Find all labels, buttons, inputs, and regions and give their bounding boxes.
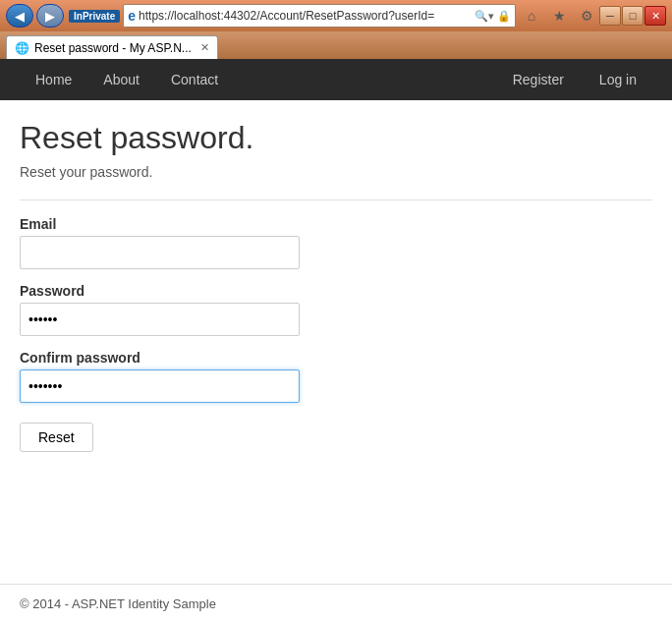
- tab-title: Reset password - My ASP.N...: [34, 41, 192, 55]
- tab-ie-logo: 🌐: [15, 41, 29, 55]
- password-group: Password: [20, 283, 652, 336]
- page-content: Reset password. Reset your password. Ema…: [0, 100, 672, 584]
- tab-close-button[interactable]: ✕: [200, 41, 209, 54]
- password-input[interactable]: [20, 303, 300, 336]
- back-icon: ◀: [15, 9, 25, 24]
- favorites-button[interactable]: ★: [546, 4, 572, 28]
- address-bar[interactable]: e https://localhost:44302/Account/ResetP…: [123, 4, 516, 28]
- minimize-button[interactable]: ─: [599, 6, 621, 26]
- confirm-group: Confirm password: [20, 350, 652, 403]
- title-bar: ◀ ▶ InPrivate e https://localhost:44302/…: [0, 0, 672, 31]
- active-tab[interactable]: 🌐 Reset password - My ASP.N... ✕: [6, 35, 218, 59]
- restore-button[interactable]: □: [622, 6, 644, 26]
- nav-login[interactable]: Log in: [584, 59, 652, 100]
- address-text: https://localhost:44302/Account/ResetPas…: [139, 9, 472, 23]
- email-group: Email: [20, 216, 652, 269]
- nav-links: Home About Contact: [20, 59, 234, 100]
- password-label: Password: [20, 283, 652, 299]
- site-nav: Home About Contact Register Log in: [0, 59, 672, 100]
- back-button[interactable]: ◀: [6, 4, 33, 28]
- nav-register[interactable]: Register: [497, 59, 580, 100]
- nav-contact[interactable]: Contact: [155, 59, 234, 100]
- footer: © 2014 - ASP.NET Identity Sample: [0, 584, 672, 623]
- ie-address-logo: e: [128, 8, 136, 24]
- forward-icon: ▶: [45, 9, 55, 24]
- reset-button[interactable]: Reset: [20, 423, 93, 452]
- browser-content: Home About Contact Register Log in Reset…: [0, 59, 672, 623]
- tab-bar: 🌐 Reset password - My ASP.N... ✕: [0, 31, 672, 59]
- confirm-input[interactable]: [20, 369, 300, 403]
- email-input[interactable]: [20, 236, 300, 269]
- footer-copyright: © 2014 - ASP.NET Identity Sample: [20, 596, 216, 611]
- nav-right: Register Log in: [497, 59, 652, 100]
- nav-about[interactable]: About: [87, 59, 155, 100]
- toolbar-right: ⌂ ★ ⚙: [519, 4, 599, 28]
- close-button[interactable]: ✕: [644, 6, 666, 26]
- nav-home[interactable]: Home: [20, 59, 87, 100]
- settings-button[interactable]: ⚙: [574, 4, 599, 28]
- confirm-label: Confirm password: [20, 350, 652, 366]
- window-controls: ─ □ ✕: [599, 6, 666, 26]
- divider: [20, 199, 652, 200]
- search-icon[interactable]: 🔍▾: [475, 10, 494, 23]
- inprivate-badge: InPrivate: [69, 10, 120, 23]
- address-icons: 🔍▾ 🔒: [475, 10, 511, 23]
- lock-icon: 🔒: [497, 10, 511, 23]
- page-subtitle: Reset your password.: [20, 164, 652, 180]
- browser-window: ◀ ▶ InPrivate e https://localhost:44302/…: [0, 0, 672, 623]
- page-heading: Reset password.: [20, 120, 652, 156]
- home-button[interactable]: ⌂: [519, 4, 544, 28]
- forward-button[interactable]: ▶: [36, 4, 64, 28]
- email-label: Email: [20, 216, 652, 232]
